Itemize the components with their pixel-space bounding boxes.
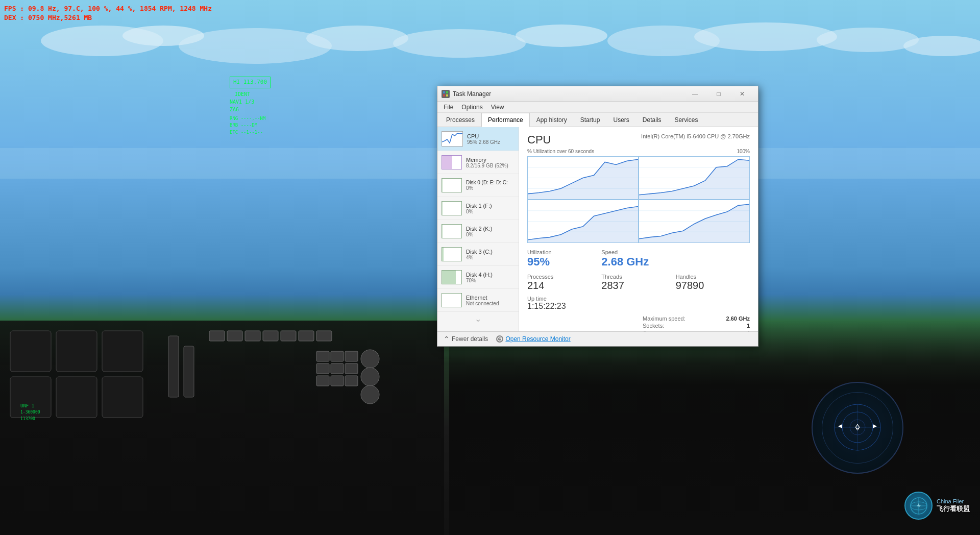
svg-rect-11 <box>10 331 51 372</box>
disk0-mini-graph <box>442 178 462 192</box>
meta-sockets: Sockets: 1 <box>643 322 750 329</box>
cpu-header: CPU Intel(R) Core(TM) i5-6400 CPU @ 2.70… <box>527 133 750 147</box>
minimize-button[interactable]: — <box>683 86 707 102</box>
watermark-text-block: China Flier 飞行看联盟 <box>937 498 970 514</box>
disk2-info: Disk 2 (K:) 0% <box>466 226 514 237</box>
disk1-val: 0% <box>466 209 514 214</box>
cpu-core1-graph <box>528 157 638 199</box>
titlebar[interactable]: Task Manager — □ ✕ <box>437 86 758 102</box>
tab-performance[interactable]: Performance <box>481 113 530 127</box>
svg-rect-24 <box>299 331 314 341</box>
pth-row: Processes 214 Threads 2837 Handles 97890 <box>527 273 750 293</box>
processes-value: 214 <box>527 280 601 291</box>
menu-file[interactable]: File <box>439 103 457 112</box>
chevron-up-icon: ⌃ <box>444 335 450 343</box>
disk4-mini-graph <box>442 270 462 284</box>
watermark-logo <box>904 492 933 520</box>
meta-col-left <box>527 315 634 331</box>
cores-value: 4 <box>747 330 750 331</box>
device-item-disk0[interactable]: Disk 0 (D: E: D: C: 0% <box>437 174 519 197</box>
tab-users[interactable]: Users <box>606 113 635 127</box>
watermark-subtext: China Flier <box>937 498 970 504</box>
device-item-disk3[interactable]: Disk 3 (C:) 4% <box>437 243 519 266</box>
tab-details[interactable]: Details <box>636 113 668 127</box>
svg-point-35 <box>361 350 379 368</box>
svg-rect-16 <box>102 377 143 418</box>
maximize-button[interactable]: □ <box>707 86 730 102</box>
core4-svg <box>639 200 749 242</box>
tab-app-history[interactable]: App history <box>530 113 574 127</box>
menu-options[interactable]: Options <box>457 103 486 112</box>
svg-rect-23 <box>281 331 296 341</box>
svg-rect-50 <box>443 91 445 93</box>
open-resource-label[interactable]: Open Resource Monitor <box>505 335 570 343</box>
disk3-name: Disk 3 (C:) <box>466 249 514 255</box>
speed-block: Speed 2.68 GHz <box>601 248 675 270</box>
task-manager-icon-svg <box>443 91 449 97</box>
svg-rect-33 <box>331 376 344 386</box>
device-item-disk2[interactable]: Disk 2 (K:) 0% <box>437 220 519 243</box>
svg-rect-29 <box>316 363 329 374</box>
scroll-down-indicator[interactable]: ⌄ <box>437 312 519 326</box>
svg-rect-12 <box>56 331 97 372</box>
cpu-mini-svg <box>442 132 462 146</box>
cpu-mini-graph <box>442 131 463 147</box>
svg-marker-48 <box>873 424 877 428</box>
svg-point-70 <box>498 337 502 341</box>
processes-label: Processes <box>527 274 601 280</box>
window-title: Task Manager <box>453 90 683 98</box>
hud-line1: FPS : 09.8 Hz, 97.C, 100 %, 44 %, 1854 R… <box>4 4 212 13</box>
open-resource-monitor-btn[interactable]: Open Resource Monitor <box>496 335 570 343</box>
svg-rect-25 <box>316 331 332 341</box>
menu-view[interactable]: View <box>487 103 508 112</box>
meta-max-speed: Maximum speed: 2.60 GHz <box>643 315 750 322</box>
device-item-ethernet[interactable]: Ethernet Not connected <box>437 289 519 312</box>
disk0-fill <box>442 179 443 192</box>
svg-point-2 <box>179 28 332 64</box>
graph-max-label: 100% <box>737 149 750 154</box>
speed-label: Speed <box>601 249 675 255</box>
disk4-name: Disk 4 (H:) <box>466 272 514 278</box>
svg-rect-51 <box>446 91 448 93</box>
device-item-memory[interactable]: Memory 8.2/15.9 GB (52%) <box>437 151 519 174</box>
threads-label: Threads <box>601 274 675 280</box>
device-item-disk1[interactable]: Disk 1 (F:) 0% <box>437 197 519 220</box>
ethernet-info: Ethernet Not connected <box>466 295 514 306</box>
disk2-val: 0% <box>466 232 514 237</box>
device-item-disk4[interactable]: Disk 4 (H:) 70% <box>437 266 519 289</box>
cpu-title: CPU <box>527 133 551 147</box>
watermark: China Flier 飞行看联盟 <box>904 492 970 520</box>
disk0-val: 0% <box>466 185 514 191</box>
close-button[interactable]: ✕ <box>730 86 754 102</box>
utilization-block: Utilization 95% <box>527 248 601 270</box>
svg-rect-13 <box>102 331 143 372</box>
cpu-core3-graph <box>528 200 638 242</box>
sockets-value: 1 <box>747 323 750 329</box>
svg-rect-15 <box>56 377 97 418</box>
tab-services[interactable]: Services <box>668 113 705 127</box>
disk3-mini-graph <box>442 247 462 261</box>
threads-block: Threads 2837 <box>601 273 675 293</box>
fewer-details-label: Fewer details <box>452 335 488 343</box>
app-icon <box>442 90 450 98</box>
cpu-meta-specs: Maximum speed: 2.60 GHz Sockets: 1 Cores… <box>527 315 750 331</box>
core2-svg <box>639 157 749 199</box>
disk1-mini-graph <box>442 201 462 215</box>
svg-rect-19 <box>209 331 225 341</box>
svg-rect-52 <box>443 94 445 96</box>
disk0-info: Disk 0 (D: E: D: C: 0% <box>466 180 514 191</box>
resource-monitor-icon <box>496 335 503 343</box>
instruments-svg-left: UNF 1 1-360000 113700 <box>0 321 444 535</box>
tab-processes[interactable]: Processes <box>439 113 481 127</box>
tab-startup[interactable]: Startup <box>574 113 607 127</box>
handles-value: 97890 <box>676 280 750 291</box>
disk4-info: Disk 4 (H:) 70% <box>466 272 514 283</box>
svg-rect-28 <box>345 351 358 361</box>
fewer-details-btn[interactable]: ⌃ Fewer details <box>444 335 488 343</box>
svg-point-8 <box>817 28 919 52</box>
svg-rect-53 <box>446 94 448 96</box>
footer: ⌃ Fewer details Open Resource Monitor <box>437 331 758 346</box>
svg-rect-27 <box>331 351 344 361</box>
resource-icon-svg <box>497 336 502 342</box>
device-item-cpu[interactable]: CPU 95% 2.68 GHz <box>437 127 519 151</box>
